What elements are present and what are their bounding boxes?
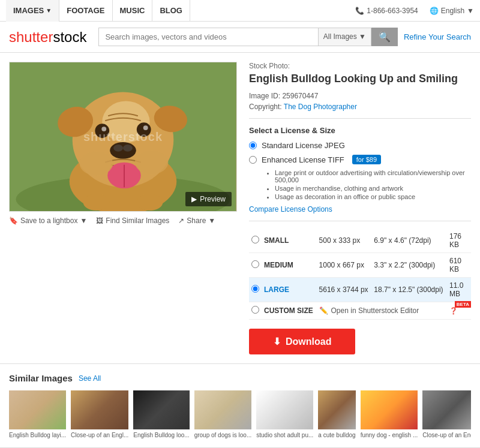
search-input[interactable] <box>98 28 317 46</box>
svg-point-11 <box>110 142 136 159</box>
enhanced-license-option[interactable]: Enhanced License TIFF for $89 <box>249 155 471 164</box>
similar-caption-5: studio shot adult pu... <box>256 432 313 438</box>
similar-item-7[interactable]: funny dog - english ... <box>361 390 418 438</box>
nav-images[interactable]: IMAGES▼ <box>6 0 59 22</box>
size-radio-custom[interactable] <box>251 306 259 314</box>
search-category-dropdown[interactable]: All Images ▼ <box>318 28 371 46</box>
stock-label: Stock Photo: <box>249 62 471 70</box>
left-panel: shutterstock ▶ Preview 🔖 Save to a light… <box>9 62 237 354</box>
top-navigation: IMAGES▼ FOOTAGE MUSIC BLOG 📞 1-866-663-3… <box>0 0 480 22</box>
similar-thumb-2 <box>71 390 128 429</box>
similar-caption-7: funny dog - english ... <box>361 432 418 438</box>
license-section: Select a License & Size Standard License… <box>249 126 471 214</box>
divider <box>249 118 471 119</box>
enhanced-price-badge: for $89 <box>352 155 381 164</box>
size-row-large[interactable]: LARGE 5616 x 3744 px 18.7" x 12.5" (300d… <box>249 278 471 302</box>
similar-item-2[interactable]: Close-up of an Engl... <box>71 390 128 438</box>
bullet-3: Usage as decoration in an office or publ… <box>275 193 471 200</box>
size-row-medium[interactable]: MEDIUM 1000 x 667 px 3.3" x 2.2" (300dpi… <box>249 253 471 278</box>
right-panel: Stock Photo: English Bulldog Looking Up … <box>249 62 471 354</box>
compare-license-link[interactable]: Compare License Options <box>249 205 471 214</box>
main-image-container: shutterstock ▶ Preview <box>9 62 237 212</box>
similar-item-5[interactable]: studio shot adult pu... <box>256 390 313 438</box>
similar-item-4[interactable]: group of dogs is loo... <box>194 390 252 438</box>
similar-thumb-7 <box>361 390 418 429</box>
similar-thumb-5 <box>256 390 313 429</box>
enhanced-bullets-list: Large print or outdoor advertising with … <box>266 169 471 200</box>
bulldog-illustration <box>10 62 236 211</box>
nav-footage[interactable]: FOOTAGE <box>59 0 112 22</box>
similar-thumb-4 <box>194 390 252 429</box>
similar-caption-8: Close-up of an Engl... <box>422 432 471 438</box>
copyright-author-link[interactable]: The Dog Photographer <box>284 103 357 111</box>
similar-item-8[interactable]: Close-up of an Engl... <box>422 390 471 438</box>
photo-title: English Bulldog Looking Up and Smiling <box>249 72 471 86</box>
similar-thumb-3 <box>133 390 189 429</box>
language-selector[interactable]: 🌐 English ▼ <box>427 7 474 15</box>
similar-thumb-8 <box>422 390 471 429</box>
similar-grid: English Bulldog layi... Close-up of an E… <box>9 390 471 438</box>
copyright-info: Copyright: The Dog Photographer <box>249 103 471 111</box>
enhanced-license-radio[interactable] <box>249 156 257 164</box>
svg-point-16 <box>80 152 113 176</box>
download-button[interactable]: ⬇ Download <box>249 329 355 354</box>
size-row-custom[interactable]: CUSTOM SIZE ✏️ Open in Shutterstock Edit… <box>249 302 471 320</box>
bullet-2: Usage in merchandise, clothing and artwo… <box>275 185 471 192</box>
save-lightbox-button[interactable]: 🔖 Save to a lightbox ▼ <box>9 217 87 225</box>
similar-title: Similar Images <box>9 373 73 383</box>
nav-blog[interactable]: BLOG <box>152 0 190 22</box>
similar-thumb-1 <box>9 390 66 429</box>
size-radio-small[interactable] <box>251 236 259 243</box>
similar-caption-3: English Bulldog loo... <box>133 432 189 438</box>
svg-point-19 <box>137 194 163 211</box>
svg-point-10 <box>143 125 148 130</box>
find-similar-button[interactable]: 🖼 Find Similar Images <box>96 217 169 225</box>
search-bar: All Images ▼ 🔍 <box>98 28 398 46</box>
image-actions: 🔖 Save to a lightbox ▼ 🖼 Find Similar Im… <box>9 217 237 225</box>
site-logo[interactable]: shutterstock <box>9 29 86 46</box>
refine-search-link[interactable]: Refine Your Search <box>404 32 471 41</box>
beta-badge: BETA <box>455 301 471 308</box>
svg-point-7 <box>95 124 109 138</box>
similar-item-3[interactable]: English Bulldog loo... <box>133 390 189 438</box>
similar-images-section: Similar Images See All English Bulldog l… <box>0 363 480 447</box>
size-table: SMALL 500 x 333 px 6.9" x 4.6" (72dpi) 1… <box>249 228 471 320</box>
svg-point-9 <box>101 127 106 131</box>
see-all-link[interactable]: See All <box>79 374 101 383</box>
similar-thumb-6 <box>318 390 355 429</box>
size-row-small[interactable]: SMALL 500 x 333 px 6.9" x 4.6" (72dpi) 1… <box>249 228 471 253</box>
nav-music[interactable]: MUSIC <box>113 0 153 22</box>
svg-point-13 <box>123 145 133 152</box>
preview-button[interactable]: ▶ Preview <box>185 192 232 206</box>
standard-license-option[interactable]: Standard License JPEG <box>249 141 471 150</box>
phone-number: 📞 1-866-663-3954 <box>353 7 418 15</box>
similar-caption-1: English Bulldog layi... <box>9 432 66 438</box>
svg-point-12 <box>113 145 123 152</box>
search-button[interactable]: 🔍 <box>371 28 398 46</box>
similar-item-6[interactable]: a cute bulldog <box>318 390 355 438</box>
product-image: shutterstock <box>10 62 236 211</box>
bullet-1: Large print or outdoor advertising with … <box>275 169 471 184</box>
svg-point-18 <box>83 194 110 211</box>
similar-caption-6: a cute bulldog <box>318 432 355 438</box>
size-radio-large[interactable] <box>251 285 259 293</box>
similar-header: Similar Images See All <box>9 373 471 383</box>
similar-caption-2: Close-up of an Engl... <box>71 432 128 438</box>
svg-point-8 <box>137 122 151 137</box>
similar-item-1[interactable]: English Bulldog layi... <box>9 390 66 438</box>
share-button[interactable]: ↗ Share ▼ <box>178 217 215 225</box>
main-content: shutterstock ▶ Preview 🔖 Save to a light… <box>0 53 480 363</box>
divider-2 <box>249 221 471 221</box>
open-editor-button[interactable]: ✏️ Open in Shutterstock Editor <box>319 306 445 315</box>
license-section-title: Select a License & Size <box>249 126 471 135</box>
standard-license-radio[interactable] <box>249 142 257 149</box>
site-header: shutterstock All Images ▼ 🔍 Refine Your … <box>0 22 480 53</box>
similar-caption-4: group of dogs is loo... <box>194 432 252 438</box>
svg-point-17 <box>135 151 169 175</box>
image-id: Image ID: 259670447 <box>249 92 471 100</box>
size-radio-medium[interactable] <box>251 260 259 268</box>
